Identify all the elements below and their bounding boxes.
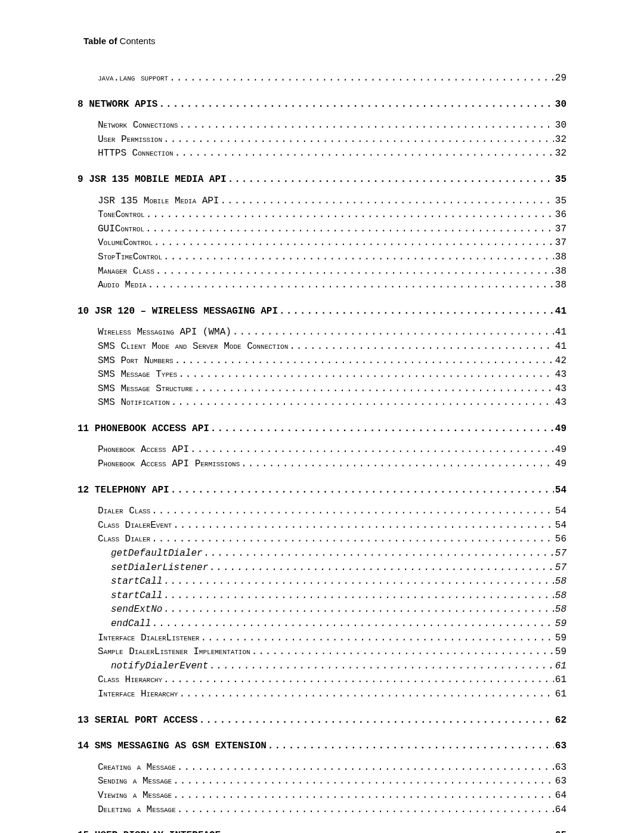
toc-entry-title: HTTPS Connection bbox=[98, 147, 174, 160]
toc-entry: SMS Port Numbers 42 bbox=[98, 355, 566, 368]
toc-entry-title: Creating a Message bbox=[98, 761, 176, 775]
toc-leader bbox=[148, 279, 554, 292]
toc-entry: Interface DialerListener 59 bbox=[98, 632, 566, 645]
toc-entry: Deleting a Message 64 bbox=[98, 804, 566, 817]
toc-entry-title: Wireless Messaging API (WMA) bbox=[98, 326, 231, 339]
toc-entry-page: 61 bbox=[555, 674, 566, 687]
toc-entry: startCall 58 bbox=[111, 590, 566, 603]
toc-entry: sendExtNo 58 bbox=[111, 603, 566, 617]
toc-header-light: Contents bbox=[117, 36, 155, 46]
toc-entry: Class DialerEvent 54 bbox=[98, 519, 566, 532]
toc-entry-page: 61 bbox=[555, 660, 566, 673]
toc-entry: Interface Hierarchy 61 bbox=[98, 688, 566, 701]
toc-leader bbox=[163, 575, 553, 589]
toc-leader bbox=[175, 355, 554, 368]
toc-leader bbox=[156, 265, 554, 278]
toc-entry: 14 SMS MESSAGING AS GSM EXTENSION 63 bbox=[78, 740, 566, 753]
toc-leader bbox=[222, 829, 554, 833]
toc-entry-page: 63 bbox=[555, 775, 566, 788]
toc-entry-page: 29 bbox=[555, 72, 566, 85]
toc-entry: 13 SERIAL PORT ACCESS 62 bbox=[78, 714, 566, 727]
toc-entry-page: 58 bbox=[555, 603, 566, 617]
toc-entry-page: 54 bbox=[555, 505, 566, 518]
toc-entry-page: 30 bbox=[555, 98, 566, 112]
toc-leader bbox=[241, 458, 554, 471]
toc-entry-page: 32 bbox=[555, 147, 566, 160]
toc-entry-page: 35 bbox=[555, 174, 566, 187]
toc-leader bbox=[194, 383, 554, 396]
toc-entry: Viewing a Message 64 bbox=[98, 789, 566, 803]
toc-entry-page: 37 bbox=[555, 223, 566, 236]
toc-leader bbox=[171, 484, 554, 497]
toc-leader bbox=[145, 223, 554, 236]
toc-entry: notifyDialerEvent 61 bbox=[111, 660, 566, 673]
toc-leader bbox=[173, 775, 554, 788]
toc-entry: SMS Message Types 43 bbox=[98, 368, 566, 382]
toc-entry-title: 10 JSR 120 – WIRELESS MESSAGING API bbox=[78, 305, 278, 318]
toc-leader bbox=[151, 505, 554, 518]
toc-entry-title: 12 TELEPHONY API bbox=[78, 484, 169, 497]
toc-entry-title: SMS Message Types bbox=[98, 368, 177, 382]
toc-entry: Phonebook Access API Permissions 49 bbox=[98, 458, 566, 471]
toc-leader bbox=[252, 646, 554, 659]
toc-entry: Sample DialerListener Implementation 59 bbox=[98, 646, 566, 659]
toc-entry-page: 38 bbox=[555, 265, 566, 278]
toc-leader bbox=[177, 761, 554, 775]
toc-entry-page: 63 bbox=[555, 740, 566, 753]
toc-leader bbox=[200, 632, 553, 645]
toc-leader bbox=[177, 804, 554, 817]
toc-entry-title: Interface Hierarchy bbox=[98, 688, 178, 701]
toc-entry-page: 35 bbox=[555, 195, 566, 208]
toc-entry: Class Dialer 56 bbox=[98, 533, 566, 546]
toc-entry: setDialerListener 57 bbox=[111, 562, 566, 575]
toc-entry-page: 56 bbox=[555, 533, 566, 546]
toc-leader bbox=[152, 618, 554, 631]
toc-entry-title: VolumeControl bbox=[98, 237, 153, 250]
toc-entry-page: 38 bbox=[555, 279, 566, 292]
toc-entry: 11 PHONEBOOK ACCESS API 49 bbox=[78, 423, 566, 436]
toc-entry-title: SMS Port Numbers bbox=[98, 355, 174, 368]
toc-entry-title: startCall bbox=[111, 590, 162, 603]
toc-entry-page: 54 bbox=[555, 519, 566, 532]
toc-entry-title: Viewing a Message bbox=[98, 789, 172, 803]
toc-entry-page: 37 bbox=[555, 237, 566, 250]
toc-entry-page: 59 bbox=[555, 646, 566, 659]
toc-entry-title: 15 USER DISPLAY INTERFACE bbox=[78, 829, 221, 833]
toc-entry-title: 11 PHONEBOOK ACCESS API bbox=[78, 423, 209, 436]
toc-entry-title: getDefaultDialer bbox=[111, 547, 203, 561]
toc-leader bbox=[199, 714, 554, 727]
toc-leader bbox=[173, 519, 554, 532]
toc-leader bbox=[169, 72, 554, 85]
toc-entry-page: 58 bbox=[555, 590, 566, 603]
toc-entry-title: SMS Notification bbox=[98, 397, 170, 410]
toc-entry-title: java.lang support bbox=[98, 72, 168, 85]
toc-entry: Network Connections 30 bbox=[98, 119, 566, 132]
toc-entry: User Permission 32 bbox=[98, 134, 566, 147]
toc-entry-title: notifyDialerEvent bbox=[111, 660, 208, 673]
toc-entry-title: SMS Message Structure bbox=[98, 383, 193, 396]
toc-entry: Creating a Message 63 bbox=[98, 761, 566, 775]
toc-entry-title: 14 SMS MESSAGING AS GSM EXTENSION bbox=[78, 740, 267, 753]
toc-entry: 12 TELEPHONY API 54 bbox=[78, 484, 566, 497]
toc-leader bbox=[173, 789, 554, 803]
toc-entry-title: SMS Client Mode and Server Mode Connecti… bbox=[98, 340, 288, 354]
toc-leader bbox=[209, 660, 554, 673]
toc-entry-page: 62 bbox=[555, 714, 566, 727]
toc-leader bbox=[179, 119, 553, 132]
toc-entry: GUIControl 37 bbox=[98, 223, 566, 236]
toc-entry-page: 32 bbox=[555, 134, 566, 147]
toc-leader bbox=[159, 98, 553, 112]
toc-entry: Sending a Message 63 bbox=[98, 775, 566, 788]
toc-entry: 10 JSR 120 – WIRELESS MESSAGING API 41 bbox=[78, 305, 566, 318]
toc-leader bbox=[210, 423, 554, 436]
toc-entry: java.lang support 29 bbox=[98, 72, 566, 85]
toc-entry-page: 41 bbox=[555, 305, 566, 318]
toc-entry: VolumeControl 37 bbox=[98, 237, 566, 250]
toc-leader bbox=[175, 147, 554, 160]
toc-entry-page: 38 bbox=[555, 251, 566, 264]
toc-entry-title: StopTimeControl bbox=[98, 251, 162, 264]
toc-leader bbox=[163, 590, 553, 603]
toc-entry: SMS Notification 43 bbox=[98, 397, 566, 410]
toc-leader bbox=[146, 209, 554, 222]
toc-entry-page: 36 bbox=[555, 209, 566, 222]
